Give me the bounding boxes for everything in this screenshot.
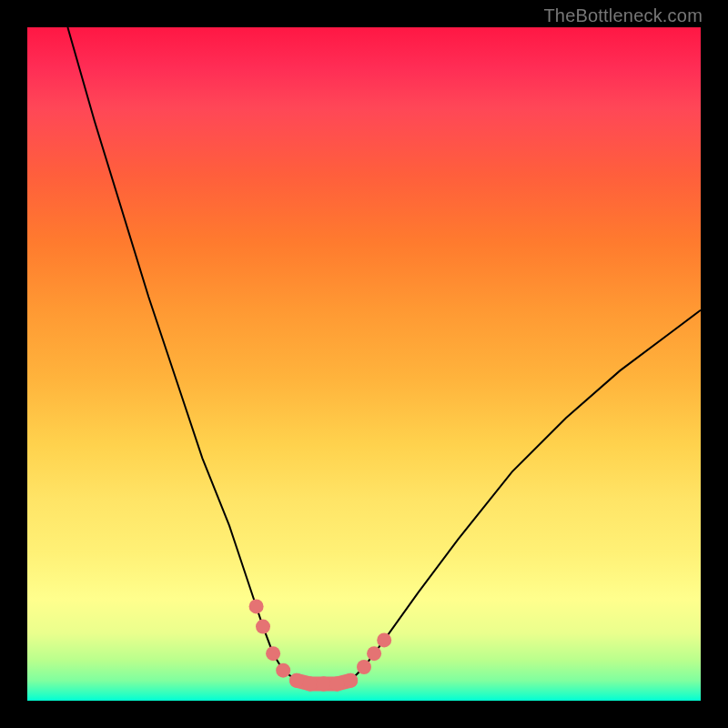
marker-dot — [377, 632, 391, 647]
marker-dot — [289, 673, 304, 688]
marker-dot — [329, 677, 344, 692]
plot-area — [27, 27, 701, 701]
chart-container: TheBottleneck.com — [0, 0, 728, 728]
marker-dot — [317, 677, 331, 692]
marker-dot — [357, 660, 371, 674]
marker-dot — [249, 599, 264, 613]
attribution-text: TheBottleneck.com — [543, 5, 703, 26]
marker-dot — [343, 673, 358, 688]
marker-dot — [266, 646, 280, 661]
marker-dot — [303, 677, 318, 692]
marker-dot — [367, 646, 381, 661]
curve-lines — [67, 27, 701, 684]
chart-svg — [27, 27, 701, 701]
marker-dot — [256, 620, 270, 634]
marker-dot — [276, 663, 290, 678]
bottleneck-curve — [67, 27, 701, 684]
